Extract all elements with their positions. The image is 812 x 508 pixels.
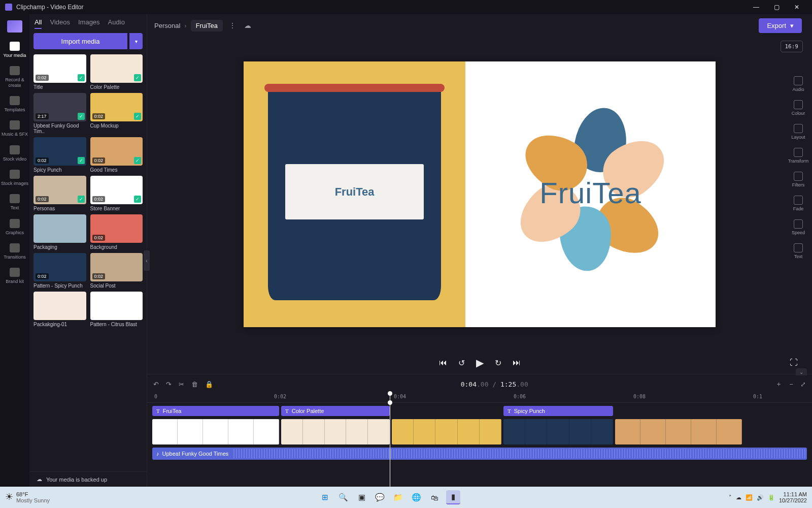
volume-icon[interactable]: 🔊 [757, 494, 764, 501]
clipchamp-app-icon[interactable]: ▮ [446, 490, 460, 504]
windows-taskbar[interactable]: ☀ 68°F Mostly Sunny ⊞ 🔍 ▣ 💬 📁 🌐 🛍 ▮ ˄ ☁ … [0, 487, 812, 508]
system-tray[interactable]: ˄ ☁ 📶 🔊 🔋 11:11 AM 10/27/2022 [729, 491, 807, 503]
brand-flower-logo: FruiTea [516, 117, 666, 271]
title-clip[interactable]: FruiTea [152, 406, 279, 416]
tool-audio[interactable]: Audio [785, 73, 812, 97]
nav-transitions[interactable]: Transitions [0, 239, 29, 264]
tray-chevron-icon[interactable]: ˄ [729, 494, 732, 501]
zoom-in-button[interactable]: ＋ [775, 379, 782, 389]
onedrive-icon[interactable]: ☁ [736, 494, 741, 501]
lock-button[interactable]: 🔒 [205, 380, 213, 388]
preview-canvas[interactable]: FruiTea FruiTea [244, 61, 716, 327]
media-tab-videos[interactable]: Videos [50, 18, 70, 27]
zoom-out-button[interactable]: − [789, 380, 793, 388]
undo-button[interactable]: ↶ [153, 380, 159, 388]
project-menu-button[interactable]: ⋮ [227, 20, 238, 31]
nav-templates[interactable]: Templates [0, 92, 29, 116]
window-close-button[interactable]: ✕ [787, 0, 807, 14]
media-item[interactable]: 0:02✓Spicy Punch [33, 137, 86, 173]
media-item[interactable]: 0:02✓Cup Mockup [90, 93, 143, 134]
tool-fade[interactable]: Fade [785, 193, 812, 216]
cloud-sync-icon[interactable]: ☁ [242, 20, 253, 31]
chat-app-icon[interactable]: 💬 [373, 490, 387, 504]
tool-text[interactable]: Text [785, 240, 812, 264]
video-clip[interactable] [152, 419, 279, 444]
rewind-button[interactable]: ↺ [458, 358, 465, 368]
nav-brand-kit[interactable]: Brand kit [0, 264, 29, 288]
transport-bar: ⏮ ↺ ▶ ↻ ⏭ ⛶ [147, 352, 812, 374]
title-clip[interactable]: Color Palette [281, 406, 390, 416]
edge-browser-icon[interactable]: 🌐 [410, 490, 424, 504]
skip-end-button[interactable]: ⏭ [513, 358, 521, 367]
video-clip[interactable] [503, 419, 613, 444]
media-item[interactable]: 0:02Pattern - Spicy Punch [33, 253, 86, 289]
nav-graphics[interactable]: Graphics [0, 215, 29, 239]
video-clip[interactable] [281, 419, 390, 444]
tool-speed[interactable]: Speed [785, 216, 812, 240]
nav-your-media[interactable]: Your media [0, 38, 29, 62]
media-item[interactable]: 0:02✓Store Banner [90, 176, 143, 211]
media-item[interactable]: 0:02Social Post [90, 253, 143, 289]
nav-stock-images[interactable]: Stock images [0, 166, 29, 190]
window-minimize-button[interactable]: — [746, 0, 766, 14]
timeline-toolbar: ↶ ↷ ✂ 🗑 🔒 0:04.00 / 1:25.00 ＋ − ⤢ [147, 374, 812, 394]
start-button[interactable]: ⊞ [318, 490, 332, 504]
media-grid: 0:02✓Title✓Color Palette2:17✓Upbeat Funk… [29, 54, 147, 471]
breadcrumb-root[interactable]: Personal [154, 22, 180, 29]
window-maximize-button[interactable]: ▢ [766, 0, 787, 14]
check-icon: ✓ [134, 196, 141, 203]
split-button[interactable]: ✂ [179, 380, 184, 388]
wifi-icon[interactable]: 📶 [746, 494, 753, 501]
media-item[interactable]: Packakging-01 [33, 292, 86, 327]
timeline-collapse-chevron[interactable]: ⌄ [796, 368, 807, 375]
aspect-ratio-badge[interactable]: 16:9 [781, 41, 803, 52]
check-icon: ✓ [78, 74, 85, 81]
media-item[interactable]: 2:17✓Upbeat Funky Good Tim.. [33, 93, 86, 134]
search-button[interactable]: 🔍 [336, 490, 351, 504]
file-explorer-icon[interactable]: 📁 [391, 490, 405, 504]
forward-button[interactable]: ↻ [495, 358, 501, 368]
clipchamp-logo-icon[interactable] [7, 20, 22, 33]
media-item[interactable]: ✓Color Palette [90, 54, 143, 90]
timeline-tracks[interactable]: ♪ Upbeat Funky Good Times FruiTeaColor P… [147, 403, 812, 487]
video-clip[interactable] [392, 419, 501, 444]
media-item[interactable]: 0:02✓Title [33, 54, 86, 90]
import-media-button[interactable]: Import media [33, 33, 127, 49]
weather-widget[interactable]: ☀ 68°F Mostly Sunny [5, 491, 50, 503]
task-view-button[interactable]: ▣ [355, 490, 369, 504]
play-button[interactable]: ▶ [476, 357, 484, 369]
tool-transform[interactable]: Transform [785, 145, 812, 169]
cup-mockup: FruiTea [268, 88, 441, 300]
skip-start-button[interactable]: ⏮ [439, 358, 447, 367]
timeline-ruler[interactable]: 00:020:040:060:080:1 [147, 394, 812, 403]
battery-icon[interactable]: 🔋 [768, 494, 775, 501]
tool-layout[interactable]: Layout [785, 121, 812, 145]
nav-music-sfx[interactable]: Music & SFX [0, 116, 29, 141]
nav-stock-video[interactable]: Stock video [0, 141, 29, 166]
store-app-icon[interactable]: 🛍 [428, 490, 442, 504]
media-tab-images[interactable]: Images [78, 18, 100, 27]
video-clip[interactable] [615, 419, 742, 444]
playhead[interactable] [390, 403, 390, 487]
delete-button[interactable]: 🗑 [191, 380, 198, 388]
export-button[interactable]: Export ▾ [759, 18, 802, 33]
zoom-fit-button[interactable]: ⤢ [800, 380, 806, 388]
media-item[interactable]: 0:02✓Good Times [90, 137, 143, 173]
media-item[interactable]: 0:02✓Personas [33, 176, 86, 211]
preview-stage: 16:9 FruiTea FruiTea [147, 37, 812, 352]
media-item[interactable]: Pattern - Citrus Blast [90, 292, 143, 327]
nav-text[interactable]: Text [0, 190, 29, 214]
redo-button[interactable]: ↷ [166, 380, 172, 388]
media-tab-all[interactable]: All [35, 18, 42, 29]
breadcrumb-project[interactable]: FruiTea [191, 20, 223, 31]
tool-colour[interactable]: Colour [785, 97, 812, 121]
tool-filters[interactable]: Filters [785, 169, 812, 193]
media-tab-audio[interactable]: Audio [108, 18, 125, 27]
fullscreen-button[interactable]: ⛶ [790, 358, 798, 367]
title-clip[interactable]: Spicy Punch [503, 406, 613, 416]
import-media-dropdown[interactable]: ▾ [129, 33, 143, 49]
media-item[interactable]: 0:02Background [90, 214, 143, 250]
audio-clip[interactable]: ♪ Upbeat Funky Good Times [152, 448, 807, 460]
nav-record-create[interactable]: Record & create [0, 62, 29, 92]
media-item[interactable]: Packaging [33, 214, 86, 250]
